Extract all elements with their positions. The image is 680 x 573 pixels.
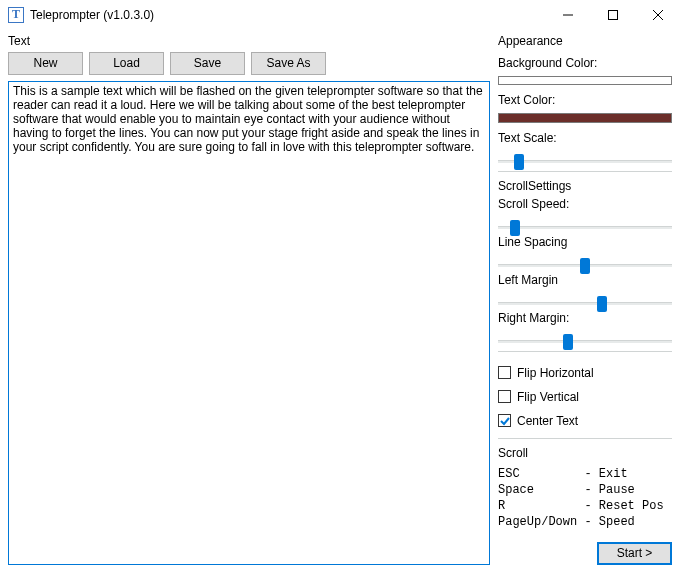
scroll-settings-heading: ScrollSettings (498, 179, 672, 193)
content-area: Text New Load Save Save As Appearance Ba… (0, 30, 680, 573)
right-margin-label: Right Margin: (498, 311, 672, 325)
maximize-icon (608, 10, 618, 20)
right-margin-slider[interactable] (498, 331, 672, 341)
new-button[interactable]: New (8, 52, 83, 75)
right-panel: Appearance Background Color: Text Color:… (498, 30, 680, 573)
start-button[interactable]: Start > (597, 542, 672, 565)
line-spacing-label: Line Spacing (498, 235, 672, 249)
center-text-label: Center Text (517, 414, 578, 428)
title-bar: T Teleprompter (v1.0.3.0) (0, 0, 680, 30)
close-button[interactable] (635, 0, 680, 30)
left-panel: Text New Load Save Save As (0, 30, 498, 573)
load-button[interactable]: Load (89, 52, 164, 75)
bg-color-label: Background Color: (498, 56, 672, 70)
svg-rect-1 (608, 10, 617, 19)
flip-vertical-checkbox[interactable]: Flip Vertical (498, 390, 672, 404)
flip-horizontal-checkbox[interactable]: Flip Horizontal (498, 366, 672, 380)
bg-color-swatch[interactable] (498, 76, 672, 85)
minimize-button[interactable] (545, 0, 590, 30)
text-color-swatch[interactable] (498, 113, 672, 122)
left-margin-label: Left Margin (498, 273, 672, 287)
left-margin-slider[interactable] (498, 293, 672, 303)
minimize-icon (563, 10, 573, 20)
text-scale-label: Text Scale: (498, 131, 672, 145)
text-heading: Text (8, 34, 490, 48)
scroll-speed-slider[interactable] (498, 217, 672, 227)
window-controls (545, 0, 680, 30)
text-color-label: Text Color: (498, 93, 672, 107)
script-textarea[interactable] (8, 81, 490, 565)
checkbox-box-icon (498, 390, 511, 403)
text-scale-slider[interactable] (498, 151, 672, 161)
close-icon (653, 10, 663, 20)
appearance-heading: Appearance (498, 34, 672, 48)
scroll-help-text: ESC - Exit Space - Pause R - Reset Pos P… (498, 466, 672, 530)
center-text-checkbox[interactable]: Center Text (498, 414, 672, 428)
scroll-speed-label: Scroll Speed: (498, 197, 672, 211)
app-icon: T (8, 7, 24, 23)
flip-horizontal-label: Flip Horizontal (517, 366, 594, 380)
window-title: Teleprompter (v1.0.3.0) (30, 8, 545, 22)
save-button[interactable]: Save (170, 52, 245, 75)
checkbox-box-icon (498, 366, 511, 379)
start-row: Start > (498, 534, 672, 565)
scroll-help-heading: Scroll (498, 446, 672, 460)
maximize-button[interactable] (590, 0, 635, 30)
flip-vertical-label: Flip Vertical (517, 390, 579, 404)
checkbox-checked-icon (498, 414, 511, 427)
save-as-button[interactable]: Save As (251, 52, 326, 75)
line-spacing-slider[interactable] (498, 255, 672, 265)
file-button-row: New Load Save Save As (8, 52, 490, 75)
